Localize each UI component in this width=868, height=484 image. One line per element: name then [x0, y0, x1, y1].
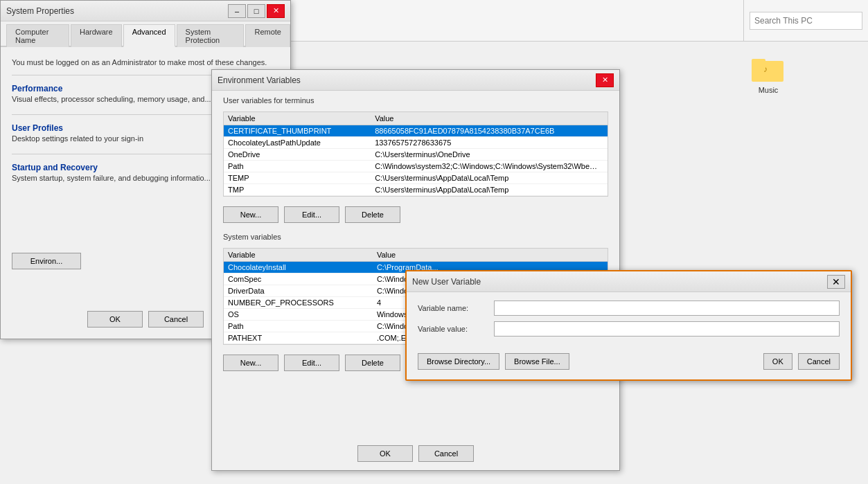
search-box[interactable]: [743, 0, 868, 42]
user-vars-table-container: Variable Value CERTIFICATE_THUMBPRINT886…: [223, 111, 608, 197]
env-vars-ok-button[interactable]: OK: [357, 445, 413, 462]
user-var-name: Path: [224, 161, 371, 172]
system-var-col-value: Value: [373, 249, 608, 262]
tab-computer-name[interactable]: Computer Name: [6, 24, 69, 47]
search-input[interactable]: [750, 12, 862, 30]
user-delete-button[interactable]: Delete: [345, 206, 400, 223]
variable-name-input[interactable]: [494, 301, 840, 316]
system-edit-button[interactable]: Edit...: [284, 355, 339, 371]
variable-value-label: Variable value:: [418, 325, 494, 333]
user-var-value: C:\Users\terminus\AppData\Local\Temp: [371, 184, 608, 196]
system-var-name: DriverData: [224, 285, 373, 297]
user-var-name: OneDrive: [224, 149, 371, 161]
env-vars-close-button[interactable]: ✕: [596, 73, 614, 87]
close-button[interactable]: ✕: [267, 4, 285, 18]
system-properties-title: System Properties: [6, 6, 74, 16]
tab-remote[interactable]: Remote: [245, 24, 290, 47]
user-var-name: ChocolateyLastPathUpdate: [224, 137, 371, 149]
user-var-col-value: Value: [371, 112, 608, 125]
user-vars-section-title: User variables for terminus: [212, 91, 619, 106]
user-var-row[interactable]: OneDriveC:\Users\terminus\OneDrive: [224, 149, 608, 161]
env-vars-controls: ✕: [596, 73, 614, 87]
svg-rect-1: [752, 59, 765, 64]
window-controls: – □ ✕: [228, 4, 285, 18]
user-var-row[interactable]: PathC:\Windows\system32;C:\Windows;C:\Wi…: [224, 161, 608, 172]
variable-name-row: Variable name:: [418, 301, 840, 316]
browse-buttons: Browse Directory... Browse File... OK Ca…: [407, 350, 851, 373]
variable-value-input[interactable]: [494, 321, 840, 337]
user-new-button[interactable]: New...: [223, 206, 278, 223]
browse-file-button[interactable]: Browse File...: [505, 353, 569, 370]
music-folder-label: Music: [759, 86, 779, 94]
user-var-row[interactable]: ChocolateyLastPathUpdate1337657572786336…: [224, 137, 608, 149]
tab-bar: Computer Name Hardware Advanced System P…: [1, 21, 290, 47]
variable-value-row: Variable value:: [418, 321, 840, 337]
system-delete-button[interactable]: Delete: [345, 355, 400, 371]
environment-variables-button[interactable]: Environ...: [12, 253, 81, 269]
system-var-col-variable: Variable: [224, 249, 373, 262]
user-var-row[interactable]: TEMPC:\Users\terminus\AppData\Local\Temp: [224, 172, 608, 184]
svg-text:♪: ♪: [763, 64, 768, 74]
tab-system-protection[interactable]: System Protection: [177, 24, 245, 47]
user-var-value: C:\Users\terminus\OneDrive: [371, 149, 608, 161]
minimize-button[interactable]: –: [228, 4, 246, 18]
system-var-name: OS: [224, 309, 373, 321]
new-var-body: Variable name: Variable value:: [407, 292, 851, 350]
new-var-title: New User Variable: [412, 277, 481, 287]
music-folder-icon: ♪: [752, 55, 785, 83]
new-var-ok-button[interactable]: OK: [763, 353, 792, 370]
env-vars-title: Environment Variables: [218, 75, 301, 85]
user-var-row[interactable]: CERTIFICATE_THUMBPRINT88665058FC91AED078…: [224, 125, 608, 137]
env-vars-titlebar: Environment Variables ✕: [212, 70, 619, 91]
sys-props-ok-button[interactable]: OK: [87, 311, 143, 328]
system-var-name: NUMBER_OF_PROCESSORS: [224, 297, 373, 309]
tab-hardware[interactable]: Hardware: [71, 24, 122, 47]
user-var-value: 133765757278633675: [371, 137, 608, 149]
user-edit-button[interactable]: Edit...: [284, 206, 339, 223]
system-properties-titlebar: System Properties – □ ✕: [1, 1, 290, 21]
user-var-row[interactable]: TMPC:\Users\terminus\AppData\Local\Temp: [224, 184, 608, 196]
new-user-variable-dialog: New User Variable ✕ Variable name: Varia…: [405, 270, 852, 381]
tab-advanced[interactable]: Advanced: [123, 24, 175, 47]
user-var-value: C:\Users\terminus\AppData\Local\Temp: [371, 172, 608, 184]
user-vars-buttons: New... Edit... Delete: [212, 202, 619, 227]
new-var-cancel-button[interactable]: Cancel: [798, 353, 840, 370]
system-var-name: PATHEXT: [224, 332, 373, 344]
system-var-name: ComSpec: [224, 274, 373, 285]
user-var-name: TMP: [224, 184, 371, 196]
user-var-name: TEMP: [224, 172, 371, 184]
system-new-button[interactable]: New...: [223, 355, 278, 371]
new-var-titlebar: New User Variable ✕: [407, 271, 851, 292]
new-var-close-button[interactable]: ✕: [827, 275, 845, 289]
browse-directory-button[interactable]: Browse Directory...: [418, 353, 499, 370]
system-vars-section-title: System variables: [212, 227, 619, 242]
maximize-button[interactable]: □: [247, 4, 265, 18]
user-var-value: 88665058FC91AED07879A8154238380B37A7CE6B: [371, 125, 608, 137]
user-vars-table: Variable Value CERTIFICATE_THUMBPRINT886…: [224, 112, 608, 196]
system-var-name: ChocolateyInstall: [224, 262, 373, 274]
env-vars-bottom-buttons: OK Cancel: [212, 445, 619, 462]
user-var-value: C:\Windows\system32;C:\Windows;C:\Window…: [371, 161, 608, 172]
music-folder[interactable]: ♪ Music: [752, 55, 785, 94]
sys-props-cancel-button[interactable]: Cancel: [148, 311, 204, 328]
variable-name-label: Variable name:: [418, 304, 494, 312]
user-var-col-variable: Variable: [224, 112, 371, 125]
admin-warning: You must be logged on as an Administrato…: [12, 58, 279, 66]
user-var-name: CERTIFICATE_THUMBPRINT: [224, 125, 371, 137]
system-var-name: Path: [224, 321, 373, 332]
env-vars-cancel-button[interactable]: Cancel: [418, 445, 474, 462]
